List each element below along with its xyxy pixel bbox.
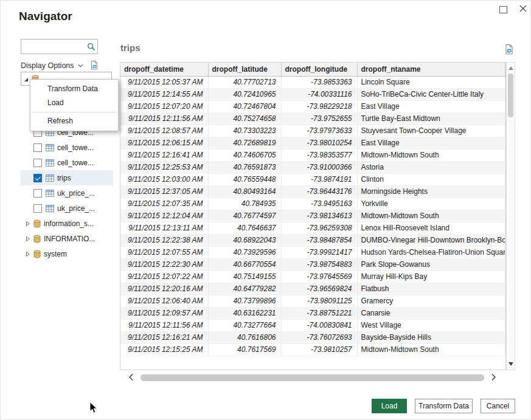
navigator-dialog: Navigator Display Options (0, 0, 531, 420)
maximize-icon[interactable] (499, 6, 507, 13)
table-cell: East Village (357, 137, 505, 149)
tree-item-label: uk_price_... (57, 204, 95, 213)
table-row[interactable]: 9/11/2015 12:07:22 AM40.75149155-73.9764… (120, 270, 505, 283)
tree-item-cell-towe[interactable]: cell_towe... (21, 155, 113, 170)
vertical-scroll-thumb[interactable] (508, 74, 513, 117)
preview-table: dropoff_datetimedropoff_latitudedropoff_… (120, 63, 505, 356)
table-cell: -73.91000366 (281, 161, 357, 173)
table-row[interactable]: 9/11/2015 12:20:16 AM40.64779282-73.9656… (120, 283, 505, 295)
transform-data-button[interactable]: Transform Data (415, 399, 473, 413)
table-row[interactable]: 9/11/2015 12:22:38 AM40.68922043-73.9848… (120, 234, 505, 246)
table-cell: -73.96259308 (281, 222, 357, 234)
table-cell: -73.98754883 (281, 258, 357, 270)
table-cell: -73.98091125 (281, 295, 357, 307)
table-row[interactable]: 9/11/2015 12:37:05 AM40.80493164-73.9644… (120, 185, 505, 198)
table-cell: 40.68922043 (208, 234, 281, 246)
table-row[interactable]: 9/11/2015 12:07:55 AM40.73929596-73.9992… (120, 246, 505, 258)
table-row[interactable]: 9/11/2015 12:09:57 AM40.63162231-73.8875… (120, 307, 505, 319)
refresh-preview-icon[interactable] (89, 60, 99, 72)
tree-item-label: cell_towe... (57, 143, 94, 152)
column-header-dropoff-latitude[interactable]: dropoff_latitude (208, 63, 281, 76)
search-icon[interactable] (85, 43, 97, 51)
table-cell: Park Slope-Gowanus (357, 258, 505, 270)
table-row[interactable]: 9/11/2015 12:07:20 AM40.72467804-73.9822… (120, 100, 505, 112)
table-cell: Midtown-Midtown South (357, 149, 505, 161)
table-row[interactable]: 9/11/2015 12:16:41 AM40.74606705-73.9835… (120, 149, 505, 161)
table-cell: 9/11/2015 12:05:37 AM (120, 76, 208, 88)
checkbox[interactable] (33, 174, 42, 182)
table-cell: -74.00830841 (281, 319, 357, 331)
table-cell: 40.73929596 (208, 246, 281, 258)
table-cell: 40.76591873 (208, 161, 281, 173)
tree-folder-informatio[interactable]: INFORMATIO... (21, 231, 113, 246)
table-row[interactable]: 9/11/2015 12:05:37 AM40.77702713-73.9853… (120, 76, 505, 88)
table-cell: 40.72410965 (208, 88, 281, 100)
tree-item-uk-price[interactable]: uk_price_... (21, 201, 113, 216)
table-row[interactable]: 9/11/2015 12:14:55 AM40.72410965-74.0033… (120, 88, 505, 100)
table-row[interactable]: 9/11/2015 12:22:30 AM40.66770554-73.9875… (120, 258, 505, 270)
horizontal-scroll-thumb[interactable] (141, 374, 484, 381)
close-icon[interactable] (518, 4, 528, 14)
table-row[interactable]: 9/11/2015 12:15:25 AM40.7617569-73.98102… (120, 343, 505, 356)
display-options-dropdown[interactable]: Display Options (21, 61, 83, 70)
checkbox[interactable] (33, 189, 42, 198)
scroll-right-icon[interactable] (491, 373, 496, 383)
table-row[interactable]: 9/11/2015 12:06:40 AM40.73799896-73.9809… (120, 295, 505, 307)
table-row[interactable]: 9/11/2015 12:16:21 AM40.7616806-73.76072… (120, 331, 505, 343)
tree-item-trips[interactable]: trips (21, 170, 113, 185)
checkbox[interactable] (33, 204, 42, 213)
menu-item-load[interactable]: Load (30, 96, 118, 110)
horizontal-scrollbar[interactable] (120, 372, 506, 384)
table-cell: Lenox Hill-Roosevelt Island (357, 222, 505, 234)
table-cell: 9/11/2015 12:08:57 AM (120, 125, 208, 137)
table-row[interactable]: 9/11/2015 12:11:56 AM40.73277664-74.0083… (120, 319, 505, 331)
table-cell: Midtown-Midtown South (357, 210, 505, 222)
menu-item-transform-data[interactable]: Transform Data (30, 82, 118, 96)
menu-item-refresh[interactable]: Refresh (30, 114, 118, 128)
refresh-preview-icon[interactable] (504, 44, 515, 57)
table-cell: 40.73277664 (208, 319, 281, 331)
table-cell: Clinton (357, 173, 505, 185)
scroll-left-icon[interactable] (128, 373, 134, 383)
checkbox[interactable] (33, 159, 42, 167)
table-cell: 40.7616806 (208, 331, 281, 343)
table-row[interactable]: 9/11/2015 12:13:11 AM40.7646637-73.96259… (120, 222, 505, 234)
table-row[interactable]: 9/11/2015 12:12:04 AM40.76774597-73.9813… (120, 210, 505, 222)
cancel-button[interactable]: Cancel (481, 399, 515, 413)
expanded-arrow-icon[interactable] (24, 74, 29, 84)
table-row[interactable]: 9/11/2015 12:06:15 AM40.72689819-73.9801… (120, 137, 505, 149)
scroll-up-icon[interactable] (508, 66, 513, 70)
load-button[interactable]: Load (372, 399, 407, 413)
dialog-title: Navigator (19, 10, 72, 23)
table-row[interactable]: 9/11/2015 12:07:35 AM40.784935-73.949516… (120, 198, 505, 210)
table-icon (46, 144, 54, 151)
tree-folder-system[interactable]: system (21, 246, 113, 261)
table-cell: 9/11/2015 12:25:53 AM (120, 161, 208, 173)
table-row[interactable]: 9/11/2015 12:08:57 AM40.73303223-73.9797… (120, 125, 505, 137)
tree-item-uk-price[interactable]: uk_price_... (21, 185, 113, 201)
table-cell: -73.97973633 (281, 125, 357, 137)
expand-arrow-icon[interactable] (26, 251, 31, 257)
table-cell: 40.72689819 (208, 137, 281, 149)
table-row[interactable]: 9/11/2015 12:03:00 AM40.76559448-73.9874… (120, 173, 505, 185)
table-cell: Murray Hill-Kips Bay (357, 270, 505, 283)
table-cell: -73.9752655 (281, 112, 357, 125)
column-header-dropoff-longitude[interactable]: dropoff_longitude (281, 63, 357, 76)
table-cell: 40.75149155 (208, 270, 281, 283)
checkbox[interactable] (33, 143, 42, 152)
column-header-dropoff-datetime[interactable]: dropoff_datetime (120, 63, 208, 76)
table-cell: -73.97645569 (281, 270, 357, 283)
preview-table-body: 9/11/2015 12:05:37 AM40.77702713-73.9853… (120, 76, 505, 356)
table-row[interactable]: 9/11/2015 12:11:56 AM40.75274658-73.9752… (120, 112, 505, 125)
vertical-scrollbar[interactable] (506, 62, 515, 370)
context-menu: Transform DataLoadRefresh (30, 79, 119, 131)
expand-arrow-icon[interactable] (26, 221, 31, 227)
column-header-dropoff-ntaname[interactable]: dropoff_ntaname (357, 63, 505, 76)
tree-item-cell-towe[interactable]: cell_towe... (21, 140, 113, 155)
tree-folder-information-s[interactable]: information_s... (21, 216, 113, 231)
scroll-down-icon[interactable] (508, 362, 513, 366)
search-input[interactable] (21, 40, 85, 53)
table-row[interactable]: 9/11/2015 12:25:53 AM40.76591873-73.9100… (120, 161, 505, 173)
database-icon (33, 250, 41, 258)
expand-arrow-icon[interactable] (26, 236, 31, 242)
